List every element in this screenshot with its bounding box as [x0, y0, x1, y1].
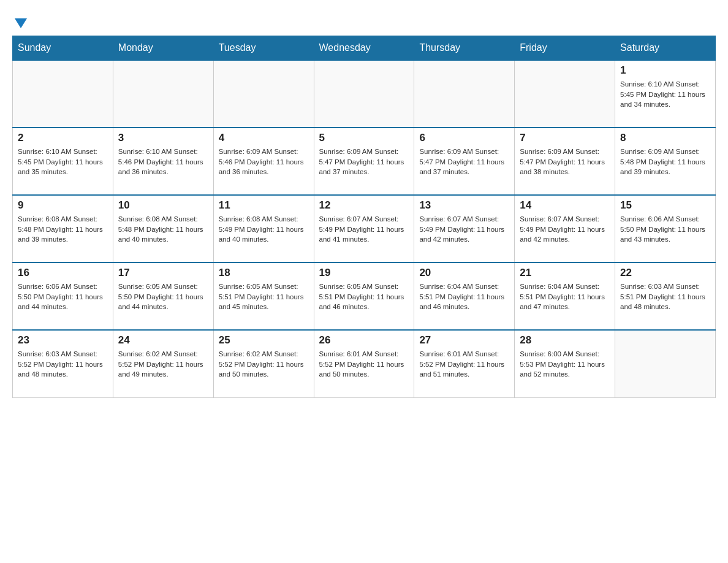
- day-info: Sunrise: 6:09 AM Sunset: 5:47 PM Dayligh…: [319, 147, 409, 177]
- day-number: 7: [520, 132, 610, 144]
- day-info: Sunrise: 6:09 AM Sunset: 5:47 PM Dayligh…: [419, 147, 509, 177]
- calendar-cell: 16Sunrise: 6:06 AM Sunset: 5:50 PM Dayli…: [13, 262, 113, 330]
- day-number: 3: [118, 132, 208, 144]
- day-info: Sunrise: 6:05 AM Sunset: 5:51 PM Dayligh…: [219, 282, 309, 312]
- day-info: Sunrise: 6:09 AM Sunset: 5:46 PM Dayligh…: [219, 147, 309, 177]
- calendar-cell: [615, 330, 716, 397]
- calendar-cell: 4Sunrise: 6:09 AM Sunset: 5:46 PM Daylig…: [213, 128, 314, 195]
- day-number: 9: [18, 199, 108, 212]
- day-header-thursday: Thursday: [414, 36, 515, 61]
- day-number: 24: [118, 334, 208, 347]
- day-info: Sunrise: 6:05 AM Sunset: 5:50 PM Dayligh…: [118, 282, 208, 312]
- day-info: Sunrise: 6:04 AM Sunset: 5:51 PM Dayligh…: [419, 282, 509, 312]
- calendar-cell: 8Sunrise: 6:09 AM Sunset: 5:48 PM Daylig…: [615, 128, 716, 195]
- day-info: Sunrise: 6:01 AM Sunset: 5:52 PM Dayligh…: [419, 349, 509, 380]
- calendar-cell: 14Sunrise: 6:07 AM Sunset: 5:49 PM Dayli…: [515, 195, 615, 262]
- day-number: 16: [18, 267, 108, 279]
- logo-triangle-icon: [15, 18, 27, 28]
- calendar-cell: 17Sunrise: 6:05 AM Sunset: 5:50 PM Dayli…: [113, 262, 213, 330]
- calendar-cell: 27Sunrise: 6:01 AM Sunset: 5:52 PM Dayli…: [414, 330, 515, 397]
- calendar-cell: 1Sunrise: 6:10 AM Sunset: 5:45 PM Daylig…: [615, 60, 716, 128]
- day-info: Sunrise: 6:09 AM Sunset: 5:48 PM Dayligh…: [620, 147, 710, 177]
- day-header-friday: Friday: [515, 36, 615, 61]
- day-info: Sunrise: 6:08 AM Sunset: 5:49 PM Dayligh…: [219, 214, 309, 245]
- calendar-week-row: 23Sunrise: 6:03 AM Sunset: 5:52 PM Dayli…: [13, 330, 716, 397]
- calendar-cell: 12Sunrise: 6:07 AM Sunset: 5:49 PM Dayli…: [314, 195, 414, 262]
- calendar-cell: 21Sunrise: 6:04 AM Sunset: 5:51 PM Dayli…: [515, 262, 615, 330]
- day-number: 2: [18, 132, 108, 144]
- calendar-cell: [515, 60, 615, 128]
- calendar-cell: 20Sunrise: 6:04 AM Sunset: 5:51 PM Dayli…: [414, 262, 515, 330]
- day-number: 8: [620, 132, 710, 144]
- calendar-cell: [13, 60, 113, 128]
- header: [12, 12, 716, 29]
- day-number: 18: [219, 267, 309, 279]
- calendar-week-row: 16Sunrise: 6:06 AM Sunset: 5:50 PM Dayli…: [13, 262, 716, 330]
- calendar-cell: 2Sunrise: 6:10 AM Sunset: 5:45 PM Daylig…: [13, 128, 113, 195]
- calendar-week-row: 9Sunrise: 6:08 AM Sunset: 5:48 PM Daylig…: [13, 195, 716, 262]
- calendar-cell: [213, 60, 314, 128]
- calendar-cell: 3Sunrise: 6:10 AM Sunset: 5:46 PM Daylig…: [113, 128, 213, 195]
- day-number: 15: [620, 199, 710, 212]
- day-header-tuesday: Tuesday: [213, 36, 314, 61]
- day-info: Sunrise: 6:00 AM Sunset: 5:53 PM Dayligh…: [520, 349, 610, 380]
- day-header-saturday: Saturday: [615, 36, 716, 61]
- calendar-cell: [414, 60, 515, 128]
- day-number: 11: [219, 199, 309, 212]
- day-info: Sunrise: 6:06 AM Sunset: 5:50 PM Dayligh…: [18, 282, 108, 312]
- day-number: 12: [319, 199, 409, 212]
- calendar-cell: 11Sunrise: 6:08 AM Sunset: 5:49 PM Dayli…: [213, 195, 314, 262]
- day-info: Sunrise: 6:08 AM Sunset: 5:48 PM Dayligh…: [118, 214, 208, 245]
- calendar-header-row: SundayMondayTuesdayWednesdayThursdayFrid…: [13, 36, 716, 61]
- day-info: Sunrise: 6:07 AM Sunset: 5:49 PM Dayligh…: [419, 214, 509, 245]
- day-info: Sunrise: 6:06 AM Sunset: 5:50 PM Dayligh…: [620, 214, 710, 245]
- day-number: 17: [118, 267, 208, 279]
- day-header-monday: Monday: [113, 36, 213, 61]
- day-number: 13: [419, 199, 509, 212]
- day-number: 28: [520, 334, 610, 347]
- calendar-cell: 25Sunrise: 6:02 AM Sunset: 5:52 PM Dayli…: [213, 330, 314, 397]
- day-info: Sunrise: 6:03 AM Sunset: 5:51 PM Dayligh…: [620, 282, 710, 312]
- calendar-cell: 9Sunrise: 6:08 AM Sunset: 5:48 PM Daylig…: [13, 195, 113, 262]
- logo: [12, 12, 27, 29]
- calendar-week-row: 1Sunrise: 6:10 AM Sunset: 5:45 PM Daylig…: [13, 60, 716, 128]
- day-number: 20: [419, 267, 509, 279]
- day-header-wednesday: Wednesday: [314, 36, 414, 61]
- day-info: Sunrise: 6:07 AM Sunset: 5:49 PM Dayligh…: [520, 214, 610, 245]
- day-number: 6: [419, 132, 509, 144]
- day-number: 5: [319, 132, 409, 144]
- calendar-table: SundayMondayTuesdayWednesdayThursdayFrid…: [12, 36, 716, 398]
- calendar-cell: 24Sunrise: 6:02 AM Sunset: 5:52 PM Dayli…: [113, 330, 213, 397]
- day-info: Sunrise: 6:10 AM Sunset: 5:46 PM Dayligh…: [118, 147, 208, 177]
- calendar-cell: 15Sunrise: 6:06 AM Sunset: 5:50 PM Dayli…: [615, 195, 716, 262]
- day-number: 26: [319, 334, 409, 347]
- day-info: Sunrise: 6:04 AM Sunset: 5:51 PM Dayligh…: [520, 282, 610, 312]
- day-header-sunday: Sunday: [13, 36, 113, 61]
- day-number: 21: [520, 267, 610, 279]
- day-info: Sunrise: 6:02 AM Sunset: 5:52 PM Dayligh…: [219, 349, 309, 380]
- day-number: 10: [118, 199, 208, 212]
- calendar-cell: 5Sunrise: 6:09 AM Sunset: 5:47 PM Daylig…: [314, 128, 414, 195]
- day-number: 27: [419, 334, 509, 347]
- calendar-cell: 7Sunrise: 6:09 AM Sunset: 5:47 PM Daylig…: [515, 128, 615, 195]
- day-info: Sunrise: 6:05 AM Sunset: 5:51 PM Dayligh…: [319, 282, 409, 312]
- calendar-cell: [113, 60, 213, 128]
- day-info: Sunrise: 6:10 AM Sunset: 5:45 PM Dayligh…: [620, 79, 710, 110]
- calendar-cell: 6Sunrise: 6:09 AM Sunset: 5:47 PM Daylig…: [414, 128, 515, 195]
- logo-blue-text: [12, 18, 27, 29]
- day-info: Sunrise: 6:08 AM Sunset: 5:48 PM Dayligh…: [18, 214, 108, 245]
- day-number: 4: [219, 132, 309, 144]
- day-info: Sunrise: 6:09 AM Sunset: 5:47 PM Dayligh…: [520, 147, 610, 177]
- calendar-cell: 10Sunrise: 6:08 AM Sunset: 5:48 PM Dayli…: [113, 195, 213, 262]
- calendar-cell: 18Sunrise: 6:05 AM Sunset: 5:51 PM Dayli…: [213, 262, 314, 330]
- calendar-cell: [314, 60, 414, 128]
- calendar-cell: 13Sunrise: 6:07 AM Sunset: 5:49 PM Dayli…: [414, 195, 515, 262]
- calendar-cell: 28Sunrise: 6:00 AM Sunset: 5:53 PM Dayli…: [515, 330, 615, 397]
- day-info: Sunrise: 6:01 AM Sunset: 5:52 PM Dayligh…: [319, 349, 409, 380]
- calendar-cell: 26Sunrise: 6:01 AM Sunset: 5:52 PM Dayli…: [314, 330, 414, 397]
- day-info: Sunrise: 6:07 AM Sunset: 5:49 PM Dayligh…: [319, 214, 409, 245]
- day-number: 25: [219, 334, 309, 347]
- day-number: 1: [620, 64, 710, 77]
- day-number: 19: [319, 267, 409, 279]
- day-info: Sunrise: 6:03 AM Sunset: 5:52 PM Dayligh…: [18, 349, 108, 380]
